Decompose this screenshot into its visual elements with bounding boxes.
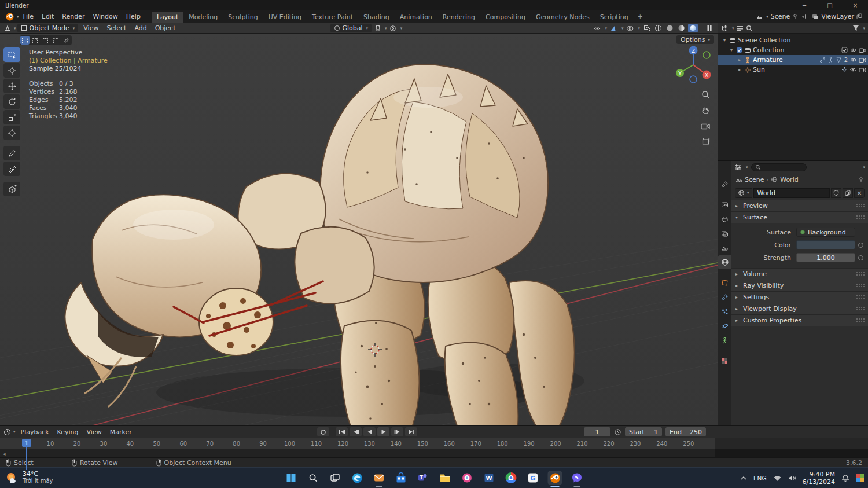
properties-search-input[interactable] — [751, 163, 807, 171]
pose-icon[interactable] — [827, 57, 834, 63]
play-button[interactable] — [377, 427, 389, 436]
expand-caret-icon[interactable]: ▸ — [737, 67, 742, 72]
world-color-swatch[interactable] — [796, 240, 855, 249]
next-keyframe-button[interactable] — [391, 427, 403, 436]
properties-panel-header[interactable]: ▸ Ray Visibility — [731, 280, 868, 291]
strength-slider[interactable]: 1.000 — [796, 253, 855, 262]
current-frame-field[interactable]: 1 — [584, 427, 610, 436]
panel-header-surface[interactable]: ▾ Surface — [731, 211, 868, 223]
photos-icon[interactable] — [460, 471, 475, 485]
fake-user-shield-icon[interactable] — [831, 188, 841, 198]
select-extend-icon[interactable] — [31, 36, 40, 45]
workspace-tab[interactable]: Sculpting — [223, 12, 263, 23]
timeline-menu-item[interactable]: Marker — [106, 427, 136, 438]
menu-item[interactable]: Edit — [38, 11, 58, 22]
viewport-menu-item[interactable]: Object — [151, 23, 180, 34]
workspace-tab[interactable]: Texture Paint — [307, 12, 358, 23]
select-invert-icon[interactable] — [52, 36, 61, 45]
workspace-tab[interactable]: UV Editing — [263, 12, 307, 23]
panel-grip-icon[interactable] — [856, 272, 864, 276]
panel-grip-icon[interactable] — [856, 284, 864, 288]
editor-type-icon[interactable] — [3, 24, 12, 32]
workspace-tab[interactable]: Animation — [395, 12, 437, 23]
scene-name[interactable]: Scene — [771, 13, 790, 20]
expand-caret-icon[interactable]: ▾ — [729, 47, 734, 53]
perspective-toggle-icon[interactable] — [700, 136, 711, 146]
shading-wireframe-icon[interactable] — [653, 24, 663, 32]
properties-header-caret-icon[interactable]: ▾ — [863, 165, 865, 170]
pin-scene-icon[interactable] — [792, 13, 798, 20]
properties-tab-output[interactable] — [718, 212, 731, 226]
breadcrumb-world[interactable]: World — [780, 176, 799, 184]
timeline-scroll-strip[interactable]: ◂ — [0, 449, 868, 458]
cursor-tool[interactable] — [3, 63, 20, 78]
measure-tool[interactable] — [3, 162, 20, 176]
menu-item[interactable]: File — [19, 11, 38, 22]
prev-keyframe-button[interactable] — [350, 427, 362, 436]
viewport-canvas[interactable] — [0, 34, 718, 425]
tray-app-icon[interactable] — [856, 474, 865, 482]
teams-icon[interactable]: T — [416, 471, 431, 485]
blender-taskbar-icon[interactable] — [548, 471, 562, 485]
start-button[interactable] — [284, 471, 299, 485]
properties-tab-object[interactable] — [718, 276, 731, 289]
breadcrumb-scene[interactable]: Scene — [745, 176, 764, 184]
hide-eye-icon[interactable] — [849, 47, 857, 53]
properties-tab-texture[interactable] — [718, 354, 731, 368]
end-frame-field[interactable]: End250 — [665, 427, 706, 436]
add-workspace-button[interactable]: + — [634, 11, 647, 22]
chrome-icon[interactable] — [504, 471, 518, 485]
properties-panel-header[interactable]: ▸ Custom Properties — [731, 314, 868, 326]
outliner-row-armature[interactable]: ▸ Armature 2 — [718, 55, 868, 65]
jump-to-start-button[interactable] — [336, 427, 348, 436]
properties-tab-scene[interactable] — [718, 241, 731, 255]
properties-editor-type-icon[interactable] — [734, 164, 742, 171]
menu-item[interactable]: Render — [58, 11, 89, 22]
volume-icon[interactable] — [788, 475, 796, 482]
xray-toggle-icon[interactable] — [642, 24, 652, 32]
task-view-icon[interactable] — [328, 471, 343, 485]
viewport-menu-item[interactable]: View — [79, 23, 102, 34]
workspace-tab[interactable]: Compositing — [480, 12, 531, 23]
panel-grip-icon[interactable] — [856, 215, 864, 219]
snap-dropdown-caret-icon[interactable]: ▾ — [385, 26, 387, 31]
file-explorer-icon[interactable] — [438, 471, 453, 485]
outliner-filter-icon[interactable] — [852, 25, 859, 31]
timeline-menu-item[interactable]: Keying — [53, 427, 83, 438]
outliner-search-icon[interactable] — [746, 25, 753, 32]
add-cube-tool[interactable] — [3, 182, 20, 196]
timeline-menu-item[interactable]: Playback — [17, 427, 53, 438]
gizmo-z-neg-axis[interactable] — [690, 76, 697, 83]
outliner-row-sun[interactable]: ▸ Sun — [718, 65, 868, 75]
play-reverse-button[interactable] — [363, 427, 376, 436]
shading-rendered-icon[interactable] — [688, 24, 698, 32]
mail-icon[interactable] — [372, 471, 387, 485]
close-button[interactable]: × — [843, 0, 868, 10]
copy-viewlayer-icon[interactable] — [856, 13, 862, 20]
world-name-field[interactable]: World — [753, 188, 830, 198]
shading-material-icon[interactable] — [676, 24, 686, 32]
scene-selector[interactable]: ▾ Scene — [756, 13, 806, 20]
menu-item[interactable]: Window — [89, 11, 122, 22]
search-icon[interactable] — [306, 471, 321, 485]
scale-tool[interactable] — [3, 110, 20, 124]
panel-header-preview[interactable]: ▸ Preview — [731, 200, 868, 211]
properties-panel-header[interactable]: ▸ Viewport Display — [731, 303, 868, 314]
expand-caret-icon[interactable]: ▾ — [722, 38, 727, 43]
viewport-menu-item[interactable]: Select — [102, 23, 130, 34]
navigation-gizmo[interactable]: Z Y X — [671, 43, 715, 87]
properties-panel-header[interactable]: ▸ Settings — [731, 291, 868, 303]
input-language[interactable]: ENG — [753, 475, 767, 482]
unlink-datablock-button[interactable]: × — [854, 188, 865, 198]
mesh-data-icon[interactable] — [836, 57, 842, 63]
google-icon[interactable]: G — [526, 471, 540, 485]
taskbar-weather-widget[interactable]: 34°C Trời ít mây — [5, 470, 53, 485]
camera-view-icon[interactable] — [700, 120, 711, 131]
properties-tab-tool[interactable] — [718, 177, 731, 191]
disable-render-camera-icon[interactable] — [859, 57, 866, 63]
move-tool[interactable] — [3, 79, 20, 93]
surface-shader-dropdown[interactable]: Background — [796, 228, 855, 237]
region-expand-arrow-icon[interactable]: ◂ — [3, 451, 6, 457]
network-icon[interactable] — [773, 475, 782, 482]
outliner-row-collection[interactable]: ▾ Collection — [718, 45, 868, 55]
